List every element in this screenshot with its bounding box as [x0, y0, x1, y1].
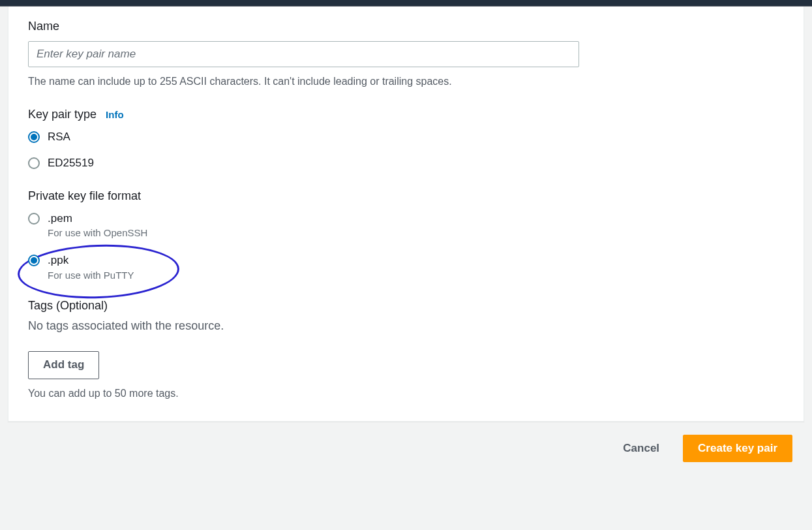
radio-ppk[interactable]: .ppk For use with PuTTY — [28, 253, 784, 281]
create-key-pair-button[interactable]: Create key pair — [683, 435, 792, 462]
add-tag-button[interactable]: Add tag — [28, 351, 99, 379]
tags-heading: Tags (Optional) — [28, 299, 784, 313]
info-link[interactable]: Info — [106, 109, 124, 120]
radio-icon — [28, 131, 40, 143]
name-label: Name — [28, 20, 784, 33]
name-section: Name The name can include up to 255 ASCI… — [28, 20, 784, 89]
file-format-radio-group: .pem For use with OpenSSH .ppk For use w… — [28, 211, 784, 281]
tags-section: Tags (Optional) No tags associated with … — [28, 299, 784, 401]
radio-pem[interactable]: .pem For use with OpenSSH — [28, 211, 784, 239]
radio-ppk-label: .ppk — [48, 253, 134, 268]
tags-limit-text: You can add up to 50 more tags. — [28, 386, 784, 401]
radio-rsa[interactable]: RSA — [28, 129, 784, 145]
window-topbar — [0, 0, 812, 7]
key-pair-type-label: Key pair type — [28, 108, 97, 121]
create-key-pair-panel: Name The name can include up to 255 ASCI… — [8, 7, 804, 422]
file-format-section: Private key file format .pem For use wit… — [28, 189, 784, 281]
radio-icon — [28, 157, 40, 169]
cancel-button[interactable]: Cancel — [610, 435, 672, 462]
tags-empty-text: No tags associated with the resource. — [28, 319, 784, 333]
footer-actions: Cancel Create key pair — [0, 422, 812, 482]
name-help-text: The name can include up to 255 ASCII cha… — [28, 74, 784, 89]
radio-pem-label: .pem — [48, 211, 147, 226]
file-format-label: Private key file format — [28, 189, 784, 203]
radio-pem-sub: For use with OpenSSH — [48, 227, 147, 238]
radio-ed25519-label: ED25519 — [48, 155, 94, 171]
radio-icon — [28, 213, 40, 225]
radio-ed25519[interactable]: ED25519 — [28, 155, 784, 171]
key-pair-type-section: Key pair type Info RSA ED25519 — [28, 108, 784, 171]
key-pair-type-radio-group: RSA ED25519 — [28, 129, 784, 171]
radio-ppk-sub: For use with PuTTY — [48, 270, 134, 281]
radio-rsa-label: RSA — [48, 129, 70, 145]
key-pair-name-input[interactable] — [28, 41, 579, 67]
radio-icon — [28, 255, 40, 266]
